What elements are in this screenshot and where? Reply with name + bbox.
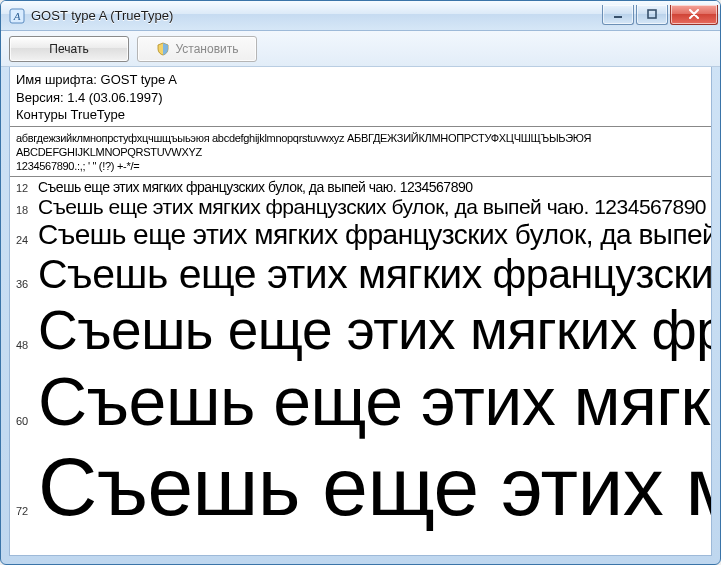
client-area: Имя шрифта: GOST type A Версия: 1.4 (03.… xyxy=(9,67,712,556)
sample-size-label: 72 xyxy=(16,505,38,517)
sample-size-label: 48 xyxy=(16,339,38,351)
print-button[interactable]: Печать xyxy=(9,36,129,62)
svg-rect-2 xyxy=(614,16,622,18)
sample-size-label: 24 xyxy=(16,234,38,246)
toolbar: Печать Установить xyxy=(1,31,720,67)
sample-size-label: 18 xyxy=(16,204,38,216)
window-title: GOST type A (TrueType) xyxy=(31,8,602,23)
sample-text: Съешь еще этих мягких французских булок,… xyxy=(38,219,711,251)
font-name-line: Имя шрифта: GOST type A xyxy=(16,71,705,89)
sample-size-label: 12 xyxy=(16,182,38,194)
maximize-button[interactable] xyxy=(636,5,668,25)
sample-row: 48Съешь еще этих мягких французских було… xyxy=(10,298,711,362)
font-viewer-window: A GOST type A (TrueType) Печать xyxy=(0,0,721,565)
sample-size-label: 60 xyxy=(16,415,38,427)
svg-text:A: A xyxy=(13,10,21,22)
sample-row: 60Съешь еще этих мягких французских було… xyxy=(10,362,711,440)
window-controls xyxy=(602,5,718,25)
glyph-line-1: абвгдежзийклмнопрстуфхцчшщъыьэюя abcdefg… xyxy=(16,131,705,160)
sample-text: Съешь еще этих мягких французских булок,… xyxy=(38,195,706,219)
sample-row: 24Съешь еще этих мягких французских було… xyxy=(10,219,711,251)
install-button[interactable]: Установить xyxy=(137,36,257,62)
sample-row: 18Съешь еще этих мягких французских було… xyxy=(10,195,711,219)
install-label: Установить xyxy=(176,42,239,56)
sample-size-label: 36 xyxy=(16,278,38,290)
sample-list: 12Съешь еще этих мягких французских було… xyxy=(10,177,711,555)
glyph-set: абвгдежзийклмнопрстуфхцчшщъыьэюя abcdefg… xyxy=(10,127,711,177)
sample-text: Съешь еще этих мягких французских булок,… xyxy=(38,298,711,362)
font-outlines-line: Контуры TrueType xyxy=(16,106,705,124)
sample-text: Съешь еще этих мягких французских булок,… xyxy=(38,440,711,534)
close-button[interactable] xyxy=(670,5,718,25)
titlebar[interactable]: A GOST type A (TrueType) xyxy=(1,1,720,31)
sample-row: 36Съешь еще этих мягких французских було… xyxy=(10,251,711,298)
print-label: Печать xyxy=(49,42,88,56)
glyph-line-2: 1234567890.:,; ' " (!?) +-*/= xyxy=(16,159,705,173)
font-meta: Имя шрифта: GOST type A Версия: 1.4 (03.… xyxy=(10,67,711,127)
sample-text: Съешь еще этих мягких французских булок,… xyxy=(38,179,473,195)
sample-text: Съешь еще этих мягких французских булок,… xyxy=(38,251,711,298)
minimize-button[interactable] xyxy=(602,5,634,25)
sample-text: Съешь еще этих мягких французских булок,… xyxy=(38,362,711,440)
svg-rect-3 xyxy=(648,10,656,18)
shield-icon xyxy=(156,42,170,56)
sample-row: 12Съешь еще этих мягких французских було… xyxy=(10,179,711,195)
font-version-line: Версия: 1.4 (03.06.1997) xyxy=(16,89,705,107)
app-icon: A xyxy=(9,8,25,24)
sample-row: 72Съешь еще этих мягких французских було… xyxy=(10,440,711,534)
